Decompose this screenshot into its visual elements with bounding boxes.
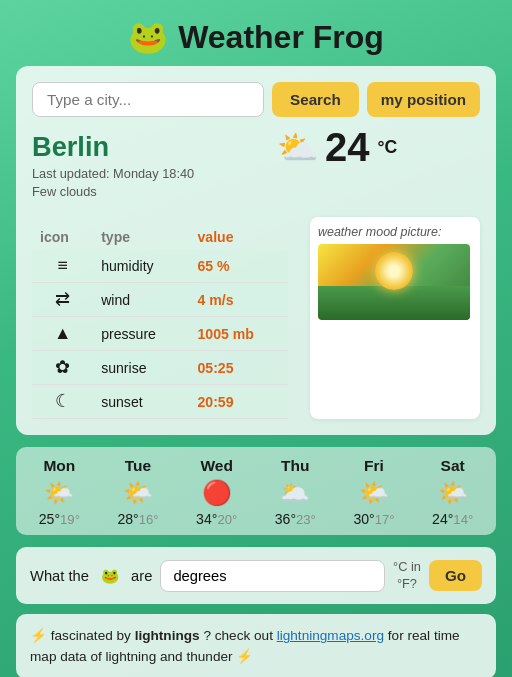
forecast-temps: 28°16° [117,511,158,527]
forecast-day: Mon 🌤️ 25°19° [25,457,93,527]
temperature-unit: °C [377,137,397,158]
last-updated: Last updated: Monday 18:40 [32,166,194,181]
row-icon: ☾ [32,385,93,419]
col-type: type [93,225,189,249]
row-type: wind [93,283,189,317]
units-section: What the 🐸 are °C in °F? Go [16,547,496,604]
lightning-text-mid: ? check out [203,628,276,643]
forecast-high: 28° [117,511,138,527]
temperature-display: ⛅ 24 °C [277,125,397,170]
row-value: 05:25 [190,351,289,385]
mood-picture-box: weather mood picture: [310,217,480,419]
search-row: Search my position [32,82,480,117]
forecast-temps: 30°17° [353,511,394,527]
forecast-day: Thu 🌥️ 36°23° [261,457,329,527]
lightning-icon-end: ⚡ [236,649,253,664]
row-icon: ≡ [32,249,93,283]
row-icon: ⇄ [32,283,93,317]
forecast-weather-icon: 🌥️ [280,479,310,507]
weather-description: Few clouds [32,184,194,199]
city-details: Berlin Last updated: Monday 18:40 Few cl… [32,131,194,199]
weather-stats: icon type value ≡ humidity 65 % ⇄ wind 4… [32,211,288,419]
forecast-high: 34° [196,511,217,527]
forecast-day-name: Fri [364,457,384,475]
forecast-day: Tue 🌤️ 28°16° [104,457,172,527]
units-input[interactable] [160,560,385,592]
row-type: humidity [93,249,189,283]
weather-table: icon type value ≡ humidity 65 % ⇄ wind 4… [32,225,288,419]
forecast-day: Sat 🌤️ 24°14° [419,457,487,527]
forecast-day-name: Wed [200,457,232,475]
forecast-high: 36° [275,511,296,527]
forecast-temps: 25°19° [39,511,80,527]
lightning-bold-word: lightnings [135,628,200,643]
units-choice: °C in °F? [393,559,421,592]
celsius-option: °C in [393,559,421,576]
forecast-day: Fri 🌤️ 30°17° [340,457,408,527]
frog-icon: 🐸 [128,18,168,56]
forecast-day-name: Mon [43,457,75,475]
units-label-part2: are [131,568,152,584]
table-row: ≡ humidity 65 % [32,249,288,283]
table-row: ☾ sunset 20:59 [32,385,288,419]
app-title: Weather Frog [178,19,384,56]
forecast-temps: 34°20° [196,511,237,527]
main-card: Search my position Berlin Last updated: … [16,66,496,435]
lightning-section: ⚡ fascinated by lightnings ? check out l… [16,614,496,677]
forecast-low: 20° [217,512,237,527]
col-icon: icon [32,225,93,249]
row-type: pressure [93,317,189,351]
search-button[interactable]: Search [272,82,359,117]
forecast-low: 23° [296,512,316,527]
my-position-button[interactable]: my position [367,82,480,117]
cloud-sun-icon: ⛅ [277,128,319,167]
mood-label: weather mood picture: [318,225,472,239]
lightning-icon-start: ⚡ [30,628,47,643]
forecast-low: 14° [453,512,473,527]
forecast-high: 25° [39,511,60,527]
row-icon: ✿ [32,351,93,385]
row-value: 4 m/s [190,283,289,317]
forecast-row: Mon 🌤️ 25°19° Tue 🌤️ 28°16° Wed 🔴 34°20°… [16,447,496,535]
forecast-weather-icon: 🌤️ [123,479,153,507]
forecast-low: 19° [60,512,80,527]
forecast-temps: 36°23° [275,511,316,527]
table-row: ⇄ wind 4 m/s [32,283,288,317]
forecast-low: 17° [375,512,395,527]
col-value: value [190,225,289,249]
city-name: Berlin [32,131,194,163]
forecast-day-name: Tue [125,457,151,475]
forecast-weather-icon: 🌤️ [438,479,468,507]
mood-image [318,244,470,320]
table-row: ▲ pressure 1005 mb [32,317,288,351]
city-info: Berlin Last updated: Monday 18:40 Few cl… [32,131,480,199]
forecast-weather-icon: 🌤️ [44,479,74,507]
lightning-text-start: fascinated by [51,628,135,643]
forecast-temps: 24°14° [432,511,473,527]
table-row: ✿ sunrise 05:25 [32,351,288,385]
lightning-link[interactable]: lightningmaps.org [277,628,384,643]
app-header: 🐸 Weather Frog [0,0,512,66]
forecast-weather-icon: 🔴 [202,479,232,507]
row-type: sunset [93,385,189,419]
forecast-high: 30° [353,511,374,527]
forecast-day-name: Sat [441,457,465,475]
forecast-low: 16° [139,512,159,527]
row-value: 20:59 [190,385,289,419]
units-label-part1: What the [30,568,89,584]
temperature-value: 24 [325,125,370,170]
forecast-weather-icon: 🌤️ [359,479,389,507]
row-icon: ▲ [32,317,93,351]
row-type: sunrise [93,351,189,385]
row-value: 65 % [190,249,289,283]
forecast-day: Wed 🔴 34°20° [183,457,251,527]
forecast-section: Mon 🌤️ 25°19° Tue 🌤️ 28°16° Wed 🔴 34°20°… [16,447,496,535]
forecast-high: 24° [432,511,453,527]
row-value: 1005 mb [190,317,289,351]
units-label: What the 🐸 are [30,567,152,585]
forecast-day-name: Thu [281,457,309,475]
units-frog-icon: 🐸 [101,567,119,585]
search-input[interactable] [32,82,264,117]
go-button[interactable]: Go [429,560,482,591]
fahrenheit-option: °F? [393,576,421,593]
